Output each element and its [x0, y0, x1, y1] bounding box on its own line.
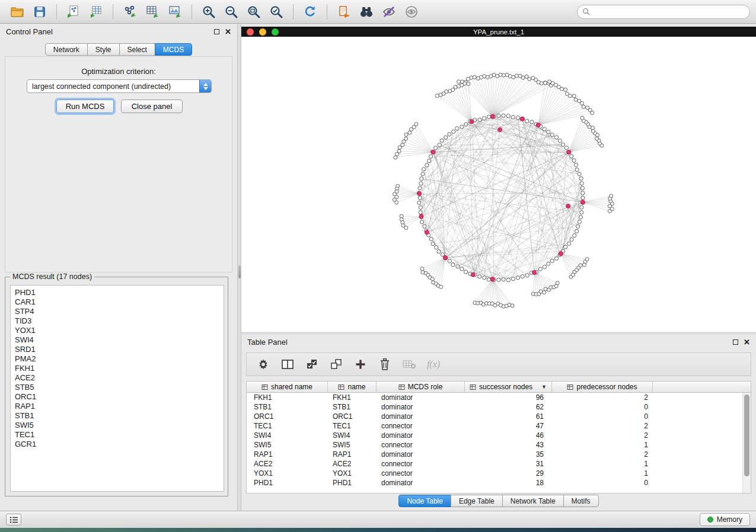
- network-node[interactable]: [422, 168, 426, 171]
- network-node[interactable]: [531, 76, 535, 80]
- network-node[interactable]: [448, 89, 452, 93]
- table-cell[interactable]: 62: [465, 402, 552, 412]
- add-column-button[interactable]: [353, 357, 368, 371]
- maximize-window-icon[interactable]: [272, 28, 279, 36]
- table-cell[interactable]: 0: [552, 402, 653, 412]
- mcds-node[interactable]: [470, 120, 474, 124]
- network-node[interactable]: [554, 136, 558, 139]
- network-node[interactable]: [579, 215, 582, 219]
- column-header-name[interactable]: name: [328, 382, 377, 392]
- mcds-result-item[interactable]: STB1: [11, 411, 224, 421]
- network-node[interactable]: [437, 250, 441, 254]
- network-node[interactable]: [515, 74, 518, 78]
- tab-edge-table[interactable]: Edge Table: [451, 495, 503, 507]
- mcds-result-item[interactable]: RAP1: [11, 402, 224, 411]
- network-node[interactable]: [506, 114, 510, 117]
- network-node[interactable]: [430, 277, 434, 281]
- network-canvas[interactable]: [241, 37, 756, 332]
- mcds-result-item[interactable]: PMA2: [11, 354, 224, 364]
- network-node[interactable]: [567, 242, 571, 245]
- network-node[interactable]: [582, 105, 585, 108]
- search-box[interactable]: [577, 5, 750, 19]
- network-node[interactable]: [457, 80, 461, 84]
- mcds-result-item[interactable]: SRD1: [11, 345, 224, 354]
- table-cell[interactable]: ORC1: [247, 412, 328, 421]
- save-session-button[interactable]: [28, 2, 51, 21]
- table-cell[interactable]: ORC1: [328, 412, 377, 421]
- zoom-out-button[interactable]: [220, 2, 243, 21]
- table-cell[interactable]: 2: [552, 431, 653, 440]
- network-node[interactable]: [575, 168, 579, 171]
- network-node[interactable]: [425, 164, 429, 167]
- network-node[interactable]: [544, 81, 547, 85]
- vertical-splitter[interactable]: [237, 24, 241, 511]
- table-row[interactable]: FKH1FKH1dominator962: [247, 393, 751, 402]
- network-node[interactable]: [579, 177, 583, 180]
- mcds-result-item[interactable]: STB5: [11, 383, 224, 392]
- export-network-button[interactable]: [119, 2, 141, 21]
- tab-node-table[interactable]: Node Table: [398, 495, 451, 507]
- tab-mcds[interactable]: MCDS: [155, 43, 192, 56]
- search-input[interactable]: [593, 8, 745, 16]
- network-node[interactable]: [555, 257, 559, 260]
- network-node[interactable]: [543, 265, 546, 268]
- network-node[interactable]: [511, 116, 515, 119]
- network-node[interactable]: [433, 146, 437, 150]
- table-row[interactable]: ACE2ACE2connector311: [247, 459, 751, 469]
- network-node[interactable]: [564, 88, 567, 91]
- table-cell[interactable]: RAP1: [328, 450, 377, 459]
- network-node[interactable]: [521, 275, 524, 278]
- network-node[interactable]: [404, 226, 408, 230]
- table-row[interactable]: STB1STB1dominator620: [247, 402, 751, 412]
- network-node[interactable]: [518, 74, 522, 78]
- network-node[interactable]: [478, 275, 481, 278]
- show-columns-button[interactable]: [280, 357, 295, 371]
- network-node[interactable]: [429, 155, 432, 158]
- copy-network-button[interactable]: [333, 2, 355, 21]
- table-cell[interactable]: dominator: [377, 450, 465, 459]
- column-header-predecessor-nodes[interactable]: predecessor nodes: [552, 382, 653, 392]
- network-node[interactable]: [420, 177, 423, 181]
- run-mcds-button[interactable]: Run MCDS: [56, 100, 114, 113]
- network-node[interactable]: [444, 136, 448, 139]
- mcds-node[interactable]: [417, 191, 422, 196]
- mcds-result-item[interactable]: ORC1: [11, 392, 224, 402]
- import-table-button[interactable]: [85, 2, 107, 21]
- network-node[interactable]: [585, 258, 589, 261]
- mcds-result-item[interactable]: YOX1: [11, 326, 224, 335]
- network-node[interactable]: [398, 146, 401, 149]
- table-cell[interactable]: connector: [377, 469, 465, 478]
- network-node[interactable]: [395, 152, 399, 156]
- network-node[interactable]: [525, 274, 529, 277]
- chevron-down-icon[interactable]: ▼: [541, 384, 547, 390]
- network-node[interactable]: [473, 75, 476, 79]
- network-node[interactable]: [419, 182, 423, 185]
- network-node[interactable]: [497, 114, 500, 117]
- table-row[interactable]: ORC1ORC1dominator610: [247, 412, 751, 421]
- mcds-result-item[interactable]: FKH1: [11, 364, 224, 373]
- close-panel-icon[interactable]: ✕: [744, 338, 750, 346]
- network-node[interactable]: [421, 172, 425, 176]
- network-node[interactable]: [439, 93, 442, 97]
- table-cell[interactable]: 43: [465, 440, 552, 450]
- search-network-button[interactable]: [355, 2, 378, 21]
- network-node[interactable]: [423, 225, 426, 228]
- table-cell[interactable]: dominator: [377, 402, 465, 412]
- mcds-node[interactable]: [419, 214, 423, 219]
- network-node[interactable]: [558, 139, 562, 142]
- memory-button[interactable]: Memory: [700, 513, 750, 526]
- network-node[interactable]: [511, 277, 515, 281]
- zoom-fit-button[interactable]: [243, 2, 265, 21]
- zoom-in-button[interactable]: [197, 2, 220, 21]
- float-panel-icon[interactable]: [214, 29, 219, 34]
- network-node[interactable]: [478, 118, 481, 121]
- network-node[interactable]: [550, 259, 554, 262]
- network-node[interactable]: [460, 125, 464, 129]
- tab-network[interactable]: Network: [45, 43, 88, 56]
- network-node[interactable]: [496, 75, 499, 78]
- network-node[interactable]: [464, 123, 468, 126]
- network-node[interactable]: [506, 278, 510, 282]
- mcds-result-item[interactable]: SWI5: [11, 421, 224, 430]
- mcds-node[interactable]: [498, 128, 502, 132]
- table-cell[interactable]: YOX1: [247, 469, 328, 478]
